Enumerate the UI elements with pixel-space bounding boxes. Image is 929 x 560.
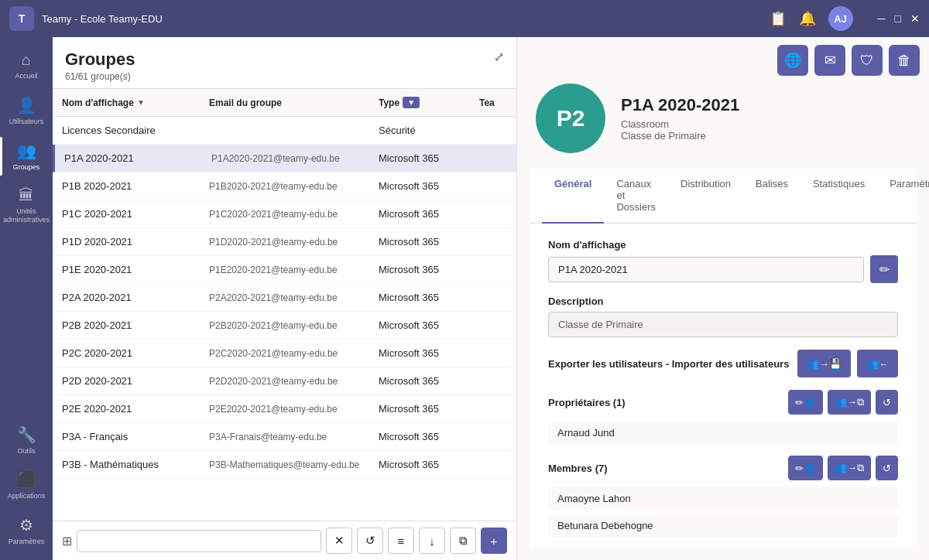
cell-type: Microsoft 365 [369,200,470,227]
type-filter-icon[interactable]: ▼ [403,97,420,108]
cell-type: Microsoft 365 [369,395,470,422]
groups-icon: 👥 [17,142,36,160]
sidebar-label-parametres: Paramètres [9,538,45,546]
table-row[interactable]: P3A - Français P3A-Franais@teamy-edu.be … [53,423,516,451]
cell-name: P1E 2020-2021 [53,256,200,283]
cell-teams [470,451,516,478]
col-teams[interactable]: Tea [470,89,516,116]
sidebar-item-outils[interactable]: 🔧 Outils [0,418,53,463]
description-input[interactable] [548,312,898,337]
cell-name: P2D 2020-2021 [53,367,200,394]
table-row[interactable]: P1D 2020-2021 P1D2020-2021@teamy-edu.be … [53,228,516,256]
sidebar-label-utilisateurs: Utilisateurs [9,118,44,126]
table-row[interactable]: P2C 2020-2021 P2C2020-2021@teamy-edu.be … [53,340,516,367]
edit-icon: ✏👤 [795,397,816,408]
cell-type: Microsoft 365 [369,423,470,450]
expand-icon[interactable]: ⤢ [494,50,504,64]
copy-button[interactable]: ⧉ [450,528,476,554]
close-button[interactable]: ✕ [910,12,920,25]
refresh-members-button[interactable]: ↺ [876,456,898,480]
table-row[interactable]: Licences Secondaire Sécurité [53,117,516,145]
sidebar-item-groupes[interactable]: 👥 Groupes [0,134,53,179]
tab-general[interactable]: Général [542,169,604,224]
sidebar-item-accueil[interactable]: ⌂ Accueil [0,43,53,88]
table-row[interactable]: P1C 2020-2021 P1C2020-2021@teamy-edu.be … [53,200,516,228]
filter-input[interactable] [77,530,321,552]
table-body: Licences Secondaire Sécurité P1A 2020-20… [53,117,516,521]
notification-icon[interactable]: 🔔 [799,10,816,27]
export-row: Exporter les utilisateurs - Importer des… [548,350,898,377]
edit-display-name-button[interactable]: ✏ [870,255,898,283]
tab-canaux[interactable]: Canaux et Dossiers [604,169,668,224]
detail-sub2: Classe de Primaire [621,130,739,142]
cell-email: P2A2020-2021@teamy-edu.be [200,284,369,311]
table-row[interactable]: P1E 2020-2021 P1E2020-2021@teamy-edu.be … [53,256,516,284]
groups-header: Groupes 61/61 groupe(s) ⤢ [53,37,516,88]
tab-distribution[interactable]: Distribution [668,169,743,224]
avatar[interactable]: AJ [828,6,853,31]
cell-type: Microsoft 365 [369,284,470,311]
table-row[interactable]: P2E 2020-2021 P2E2020-2021@teamy-edu.be … [53,395,516,423]
col-email[interactable]: Email du groupe [200,89,369,116]
col-teams-label: Tea [479,97,495,108]
edit-owners-button[interactable]: ✏👤 [788,390,823,415]
tab-parametres[interactable]: Paramètres [877,169,929,224]
description-field-row [548,312,898,337]
groups-panel: Groupes 61/61 groupe(s) ⤢ Nom d'affichag… [53,37,517,560]
import-users-icon: 👥← [866,358,889,370]
export-members-button[interactable]: 👥→⧉ [828,456,871,480]
detail-sub1: Classroom [621,118,739,130]
cell-name: P3B - Mathématiques [53,451,200,478]
minimize-button[interactable]: ─ [878,12,886,25]
sidebar: ⌂ Accueil 👤 Utilisateurs 👥 Groupes 🏛 Uni… [0,37,53,560]
cell-type: Microsoft 365 [369,367,470,394]
cell-teams [470,367,516,394]
maximize-button[interactable]: □ [895,12,901,25]
import-button[interactable]: 👥← [857,350,898,377]
cell-teams [470,423,516,450]
cell-type: Sécurité [369,117,470,144]
clear-filter-button[interactable]: ✕ [326,528,352,554]
display-name-input[interactable] [548,257,864,282]
table-row[interactable]: P1B 2020-2021 P1B2020-2021@teamy-edu.be … [53,172,516,200]
export-owners-button[interactable]: 👥→⧉ [828,390,871,415]
cell-type: Microsoft 365 [369,340,470,367]
export-button[interactable]: 👥→💾 [797,350,851,377]
table-row[interactable]: P2A 2020-2021 P2A2020-2021@teamy-edu.be … [53,284,516,312]
home-icon: ⌂ [22,51,31,69]
unites-icon: 🏛 [19,186,34,204]
col-type[interactable]: Type ▼ [369,89,470,116]
add-group-button[interactable]: + [481,528,507,554]
owners-section-row: Propriétaires (1) ✏👤 👥→⧉ ↺ [548,390,898,415]
tools-icon: 🔧 [17,425,36,444]
refresh-owners-button[interactable]: ↺ [876,390,898,415]
list-view-button[interactable]: ≡ [388,528,414,554]
delete-action-button[interactable]: 🗑 [889,45,920,76]
sidebar-item-parametres[interactable]: ⚙ Paramètres [0,508,53,554]
cell-teams [470,117,516,144]
tab-statistiques[interactable]: Statistiques [800,169,877,224]
col-nom-affichage[interactable]: Nom d'affichage ▼ [53,89,200,116]
groups-title-area: Groupes 61/61 groupe(s) [65,50,135,82]
sidebar-item-utilisateurs[interactable]: 👤 Utilisateurs [0,88,53,134]
cell-email: P1B2020-2021@teamy-edu.be [200,172,369,200]
sidebar-item-applications[interactable]: ⬛ Applications [0,463,53,508]
web-action-button[interactable]: 🌐 [777,45,808,76]
sidebar-item-unites[interactable]: 🏛 Unités administratives [0,179,53,232]
reset-button[interactable]: ↺ [357,528,383,554]
cell-type: Microsoft 365 [369,228,470,255]
table-row[interactable]: P3B - Mathématiques P3B-Mathematiques@te… [53,451,516,479]
download-button[interactable]: ↓ [419,528,445,554]
tab-balises[interactable]: Balises [743,169,800,224]
shield-action-button[interactable]: 🛡 [852,45,883,76]
table-row[interactable]: P2B 2020-2021 P2B2020-2021@teamy-edu.be … [53,312,516,340]
sidebar-label-accueil: Accueil [15,72,37,80]
cell-type: Microsoft 365 [369,312,470,339]
clipboard-icon[interactable]: 📋 [770,10,787,27]
detail-actions-bar: 🌐 ✉ 🛡 🗑 [517,37,929,84]
table-row[interactable]: P1A 2020-2021 P1A2020-2021@teamy-edu.be … [53,145,516,172]
email-action-button[interactable]: ✉ [814,45,845,76]
table-row[interactable]: P2D 2020-2021 P2D2020-2021@teamy-edu.be … [53,367,516,395]
edit-members-button[interactable]: ✏👤 [788,456,823,480]
export-owners-icon: 👥→⧉ [835,396,864,408]
